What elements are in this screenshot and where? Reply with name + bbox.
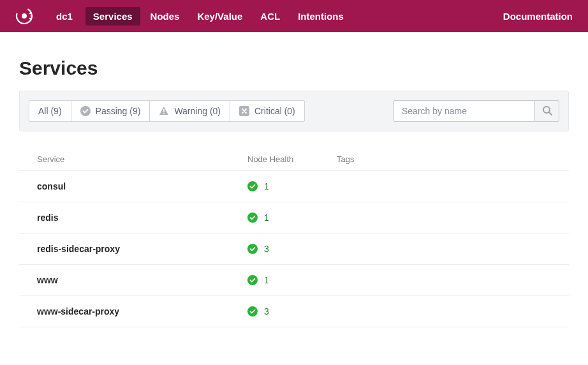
health-count: 3: [264, 306, 269, 317]
nav-acl[interactable]: ACL: [253, 7, 288, 26]
svg-point-14: [247, 275, 258, 285]
header-health: Node Health: [247, 154, 337, 164]
search-button[interactable]: [535, 100, 559, 122]
check-circle-icon: [247, 275, 258, 285]
status-filter-group: All (9) Passing (9) Warning (0) Critical…: [29, 100, 305, 122]
nav-key-value[interactable]: Key/Value: [189, 7, 250, 26]
filter-passing-label: Passing (9): [96, 106, 141, 116]
check-circle-icon: [247, 244, 258, 254]
header-service: Service: [37, 154, 247, 164]
table-row[interactable]: consul 1: [19, 170, 569, 202]
svg-point-13: [247, 244, 258, 254]
svg-point-4: [29, 18, 31, 20]
svg-point-3: [31, 15, 33, 17]
svg-point-11: [247, 181, 258, 191]
filter-warning-button[interactable]: Warning (0): [149, 100, 230, 122]
filter-critical-label: Critical (0): [254, 106, 295, 116]
health-count: 1: [264, 181, 269, 191]
x-square-icon: [239, 106, 249, 116]
svg-rect-7: [164, 113, 165, 114]
datacenter-selector[interactable]: dc1: [48, 7, 80, 26]
filter-all-label: All (9): [38, 106, 62, 116]
health-count: 1: [264, 275, 269, 285]
nav-intentions[interactable]: Intentions: [290, 7, 351, 26]
service-name: www-sidecar-proxy: [37, 306, 119, 317]
svg-line-10: [549, 112, 552, 115]
table-row[interactable]: www 1: [19, 264, 569, 295]
check-circle-icon: [80, 106, 91, 116]
filter-passing-button[interactable]: Passing (9): [71, 100, 151, 122]
svg-point-2: [29, 13, 31, 15]
table-header: Service Node Health Tags: [19, 148, 569, 170]
search-icon: [542, 105, 552, 117]
search-wrap: [393, 100, 559, 122]
top-nav: dc1 Services Nodes Key/Value ACL Intenti…: [0, 0, 588, 32]
filter-bar: All (9) Passing (9) Warning (0) Critical…: [19, 91, 569, 131]
table-row[interactable]: redis-sidecar-proxy 3: [19, 233, 569, 264]
svg-point-5: [80, 106, 91, 116]
check-circle-icon: [247, 212, 258, 223]
nav-services[interactable]: Services: [85, 7, 140, 26]
service-name: redis-sidecar-proxy: [37, 244, 120, 254]
services-table: Service Node Health Tags consul 1 redis …: [19, 148, 569, 327]
service-name: www: [37, 275, 58, 285]
nav-links: dc1 Services Nodes Key/Value ACL Intenti…: [48, 7, 351, 26]
documentation-link[interactable]: Documentation: [503, 11, 573, 22]
search-input[interactable]: [393, 100, 535, 122]
check-circle-icon: [247, 306, 258, 317]
health-count: 3: [264, 244, 269, 254]
filter-all-button[interactable]: All (9): [29, 100, 71, 122]
svg-point-15: [247, 306, 258, 317]
table-row[interactable]: www-sidecar-proxy 3: [19, 295, 569, 327]
svg-rect-6: [164, 109, 165, 112]
nav-nodes[interactable]: Nodes: [143, 7, 187, 26]
filter-critical-button[interactable]: Critical (0): [230, 100, 305, 122]
header-tags: Tags: [337, 154, 551, 164]
page-content: Services All (9) Passing (9) Warning (0): [0, 32, 588, 353]
service-name: consul: [37, 181, 66, 191]
page-title: Services: [19, 57, 569, 79]
health-count: 1: [264, 212, 269, 223]
service-name: redis: [37, 212, 58, 223]
consul-logo-icon: [15, 7, 33, 25]
filter-warning-label: Warning (0): [174, 106, 221, 116]
svg-point-1: [22, 13, 27, 19]
table-row[interactable]: redis 1: [19, 202, 569, 233]
svg-point-12: [247, 212, 258, 223]
warning-triangle-icon: [159, 106, 169, 116]
check-circle-icon: [247, 181, 258, 191]
